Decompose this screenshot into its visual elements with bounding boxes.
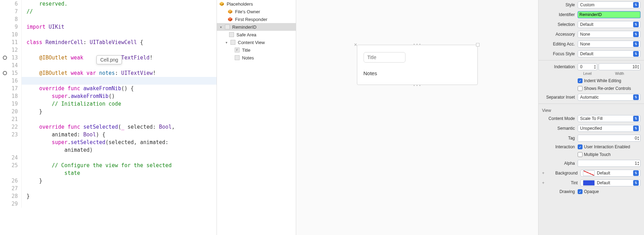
selection-select[interactable]: Default⇅ — [578, 21, 641, 28]
opaque-checkbox[interactable]: ✓ — [578, 189, 583, 194]
outline-item-notes[interactable]: Notes — [217, 54, 296, 62]
content-mode-select[interactable]: Scale To Fill⇅ — [578, 115, 641, 122]
code-line[interactable]: 19 // Initialization code — [0, 100, 217, 108]
tag-stepper[interactable]: 0▲▼ — [578, 135, 641, 142]
cell-prototype[interactable]: ✕ • • • Notes • • • — [357, 45, 478, 85]
color-swatch-none — [583, 170, 595, 176]
code-line[interactable]: 23 animated: Bool) { super.setSelected(s… — [0, 131, 217, 154]
document-outline[interactable]: Placeholders File's Owner First Responde… — [217, 0, 296, 235]
textfield-icon: F — [234, 47, 240, 53]
notes-textview[interactable]: Notes — [364, 70, 471, 76]
resize-handle-icon[interactable] — [476, 43, 480, 47]
cube-icon — [227, 16, 233, 22]
code-line[interactable]: 10 — [0, 31, 217, 38]
code-line[interactable]: 12 — [0, 46, 217, 54]
code-line[interactable]: 21 — [0, 115, 217, 123]
plus-icon[interactable]: + — [542, 180, 546, 185]
label-tag: Tag — [542, 136, 575, 141]
outline-item-content-view[interactable]: ▾ Content View — [217, 38, 296, 46]
outline-item-files-owner[interactable]: File's Owner — [217, 8, 296, 15]
label-separator-inset: Separator Inset — [542, 95, 575, 100]
checkbox-label: User Interaction Enabled — [584, 144, 630, 149]
checkbox-label: Indent While Editing — [584, 78, 621, 83]
code-line[interactable]: 29 — [0, 200, 217, 208]
code-line[interactable]: 7// — [0, 8, 217, 15]
multiple-touch-checkbox[interactable] — [578, 152, 583, 157]
outline-label: Placeholders — [227, 1, 253, 7]
sublabel-width: Width — [599, 72, 641, 76]
code-line[interactable]: 25 // Configure the view for the selecte… — [0, 162, 217, 177]
outline-item-reminderid[interactable]: ▾ ReminderID — [217, 23, 296, 31]
chevron-down-icon[interactable]: ▾ — [225, 41, 228, 44]
chevron-down-icon[interactable]: ▾ — [219, 25, 222, 29]
outline-placeholders-header: Placeholders — [217, 0, 296, 8]
checkbox-label: Opaque — [584, 189, 599, 194]
alpha-stepper[interactable]: 1▲▼ — [578, 160, 641, 167]
label-interaction: Interaction — [542, 144, 575, 149]
square-icon — [229, 32, 234, 37]
style-select[interactable]: Custom⇅ — [578, 1, 641, 8]
breakpoint-icon[interactable] — [3, 71, 7, 75]
drag-handle-icon[interactable]: • • • — [414, 42, 421, 46]
outline-label: Safe Area — [236, 32, 256, 37]
identifier-field[interactable] — [578, 11, 641, 18]
label-background: Background — [549, 171, 578, 176]
code-line[interactable]: 16 — [0, 77, 217, 85]
code-line[interactable]: 6 reserved. — [0, 0, 217, 8]
code-line[interactable]: 26 } — [0, 177, 217, 185]
label-alpha: Alpha — [542, 161, 575, 166]
cube-icon — [227, 9, 233, 14]
sublabel-level: Level — [578, 72, 597, 76]
code-line[interactable]: 11class ReminderCell: UITableViewCell { — [0, 38, 217, 46]
indent-while-editing-checkbox[interactable]: ✓ — [578, 78, 583, 83]
code-line[interactable]: 20 } — [0, 108, 217, 115]
code-line[interactable]: 28} — [0, 192, 217, 200]
close-icon[interactable]: ✕ — [354, 42, 359, 48]
outline-label: ReminderID — [232, 24, 256, 30]
outline-label: Content View — [238, 40, 265, 45]
outline-item-safe-area[interactable]: Safe Area — [217, 31, 296, 38]
title-textfield[interactable] — [364, 52, 405, 63]
tint-select[interactable]: Default⇅ — [580, 179, 641, 186]
label-accessory: Accessory — [542, 32, 575, 37]
code-line[interactable]: 15 @IBOutlet weak var notes: UITextView! — [0, 69, 217, 77]
label-style: Style — [542, 2, 575, 7]
square-icon — [225, 24, 230, 30]
label-identifier: Identifier — [542, 12, 575, 17]
checkbox-label: Shows Re-order Controls — [584, 86, 631, 91]
background-select[interactable]: Default⇅ — [580, 170, 641, 177]
editing-acc-select[interactable]: None⇅ — [578, 41, 641, 48]
label-semantic: Semantic — [542, 126, 575, 131]
shows-reorder-checkbox[interactable] — [578, 86, 583, 91]
code-line[interactable]: 8 — [0, 15, 217, 23]
drag-handle-icon[interactable]: • • • — [414, 84, 421, 87]
attributes-inspector[interactable]: Style Custom⇅ Identifier Selection Defau… — [539, 0, 644, 235]
plus-icon[interactable]: + — [542, 171, 546, 176]
label-drawing: Drawing — [542, 189, 575, 194]
outline-item-title[interactable]: F Title — [217, 46, 296, 54]
accessory-select[interactable]: None⇅ — [578, 31, 641, 38]
code-line[interactable]: 17 override func awakeFromNib() { — [0, 85, 217, 92]
outline-label: File's Owner — [235, 9, 260, 14]
chevron-updown-icon: ⇅ — [633, 2, 639, 8]
indent-width-stepper[interactable]: 10▲▼ — [599, 63, 641, 70]
interface-builder-canvas[interactable]: ✕ • • • Notes • • • — [296, 0, 539, 235]
code-line[interactable]: 27 — [0, 185, 217, 192]
semantic-select[interactable]: Unspecified⇅ — [578, 125, 641, 132]
label-focus-style: Focus Style — [542, 51, 575, 56]
breakpoint-icon[interactable] — [3, 56, 7, 60]
outline-item-first-responder[interactable]: First Responder — [217, 15, 296, 23]
label-content-mode: Content Mode — [542, 116, 575, 121]
user-interaction-checkbox[interactable]: ✓ — [578, 144, 583, 149]
code-line[interactable]: 22 override func setSelected(_ selected:… — [0, 123, 217, 131]
label-selection: Selection — [542, 22, 575, 27]
focus-style-select[interactable]: Default⇅ — [578, 50, 641, 57]
code-line[interactable]: 24 — [0, 154, 217, 162]
checkbox-label: Multiple Touch — [584, 152, 611, 157]
code-line[interactable]: 9import UIKit — [0, 23, 217, 31]
code-editor[interactable]: 6 reserved.7//89import UIKit1011class Re… — [0, 0, 217, 235]
separator-inset-select[interactable]: Automatic⇅ — [578, 94, 641, 101]
square-icon — [230, 40, 236, 45]
indent-level-stepper[interactable]: 0▲▼ — [578, 63, 597, 70]
code-line[interactable]: 18 super.awakeFromNib() — [0, 92, 217, 100]
